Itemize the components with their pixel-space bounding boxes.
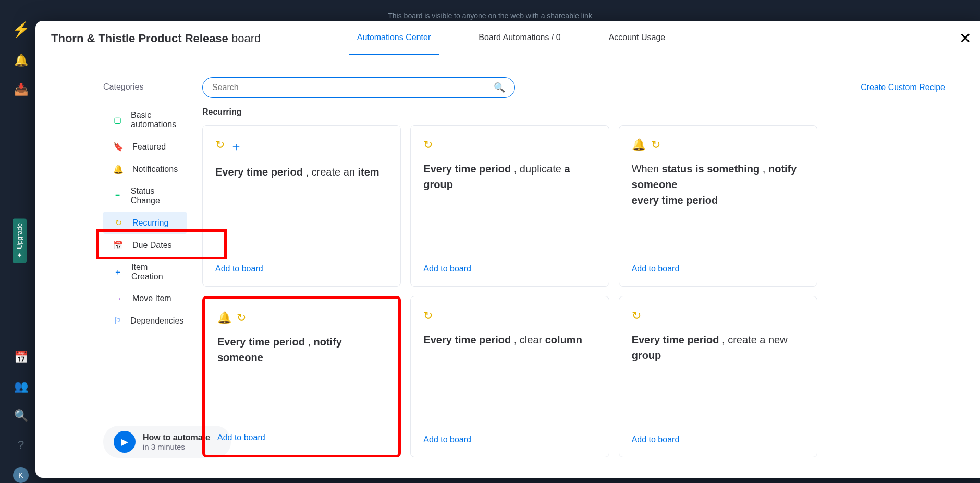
add-to-board-link[interactable]: Add to board [423,264,596,274]
avatar-icon[interactable]: K [13,467,29,483]
modal-title: Thorn & Thistle Product Release board [51,32,261,45]
recipe-card-duplicate-group[interactable]: ↻ Every time period , duplicate a group … [410,125,609,287]
add-to-board-link[interactable]: Add to board [423,435,596,444]
people-icon[interactable]: 👥 [14,380,28,393]
category-label: Item Creation [131,263,176,281]
category-label: Recurring [132,218,168,228]
recurring-icon: ↻ [423,309,433,323]
category-recurring[interactable]: ↻ Recurring [103,212,187,234]
category-label: Notifications [132,165,178,174]
recipe-card-create-item[interactable]: ↻ ＋ Every time period , create an item A… [202,125,401,287]
create-custom-recipe-link[interactable]: Create Custom Recipe [861,83,945,92]
category-label: Status Change [131,187,176,205]
add-to-board-link[interactable]: Add to board [217,433,386,442]
calendar-icon: 📅 [114,240,123,250]
category-label: Basic automations [131,110,176,129]
recipe-text: Every time period , clear column [423,332,596,348]
search-icon[interactable]: 🔍 [14,409,28,423]
categories-sidebar: Categories ▢ Basic automations 🔖 Feature… [35,56,187,478]
search-icon: 🔍 [494,82,505,93]
search-box[interactable]: 🔍 [202,77,515,98]
recurring-icon: ↻ [651,138,660,152]
tab-automations-center[interactable]: Automations Center [349,21,439,55]
category-label: Due Dates [132,241,172,250]
modal-header: Thorn & Thistle Product Release board Au… [35,21,980,56]
tab-account-usage[interactable]: Account Usage [601,21,674,55]
add-to-board-link[interactable]: Add to board [632,264,804,274]
category-item-creation[interactable]: ＋ Item Creation [103,256,187,288]
calendar-icon[interactable]: 📅 [14,351,28,364]
category-move-item[interactable]: → Move Item [103,288,187,309]
inbox-icon[interactable]: 📥 [14,83,28,96]
plus-icon: ＋ [114,267,122,278]
recurring-icon: ↻ [423,138,433,152]
category-notifications[interactable]: 🔔 Notifications [103,158,187,180]
category-status-change[interactable]: ≡ Status Change [103,180,187,212]
cube-icon: ▢ [114,115,121,125]
recipe-card-status-notify[interactable]: 🔔 ↻ When status is something , notify so… [619,125,817,287]
categories-title: Categories [103,82,187,92]
add-to-board-link[interactable]: Add to board [632,435,804,444]
bell-icon: 🔔 [217,311,231,325]
status-icon: ≡ [114,191,121,201]
app-logo: ⚡ [12,21,30,38]
recurring-icon: ↻ [632,309,641,323]
modal-tabs: Automations Center Board Automations / 0… [349,21,673,55]
upgrade-tab[interactable]: ✦ Upgrade [13,219,27,263]
bookmark-icon: 🔖 [114,142,123,152]
category-due-dates[interactable]: 📅 Due Dates [103,234,187,256]
automations-modal: Thorn & Thistle Product Release board Au… [35,21,980,478]
main-content: 🔍 Create Custom Recipe Recurring ↻ ＋ Eve… [187,56,980,478]
backdrop-banner: This board is visible to anyone on the w… [388,11,592,20]
category-label: Featured [132,142,166,152]
add-to-board-link[interactable]: Add to board [215,264,388,274]
recipe-text: When status is something , notify someon… [632,161,804,208]
recipe-card-clear-column[interactable]: ↻ Every time period , clear column Add t… [410,296,609,457]
recurring-icon: ↻ [237,311,246,325]
category-label: Dependencies [130,316,183,326]
close-button[interactable]: ✕ [959,30,971,47]
recurring-icon: ↻ [114,218,123,228]
recipe-text: Every time period , duplicate a group [423,161,596,192]
recipe-text: Every time period , create an item [215,164,388,180]
flag-icon: ⚐ [114,316,121,326]
recipe-card-create-group[interactable]: ↻ Every time period , create a new group… [619,296,817,457]
section-title: Recurring [202,107,961,117]
category-featured[interactable]: 🔖 Featured [103,135,187,158]
category-label: Move Item [132,294,172,303]
plus-icon: ＋ [230,138,242,155]
bell-icon: 🔔 [114,164,123,174]
recipe-text: Every time period , notify someone [217,334,386,365]
tab-board-automations[interactable]: Board Automations / 0 [470,21,569,55]
bell-icon: 🔔 [632,138,646,152]
modal-body: Categories ▢ Basic automations 🔖 Feature… [35,56,980,478]
search-input[interactable] [212,83,494,92]
search-row: 🔍 Create Custom Recipe [202,77,961,98]
recurring-icon: ↻ [215,138,225,155]
category-basic-automations[interactable]: ▢ Basic automations [103,104,187,135]
play-icon: ▶ [114,431,136,453]
recipes-grid: ↻ ＋ Every time period , create an item A… [202,125,817,457]
arrow-icon: → [114,294,123,303]
recipe-card-notify-someone[interactable]: 🔔 ↻ Every time period , notify someone A… [202,296,401,457]
bell-icon[interactable]: 🔔 [14,54,28,67]
help-icon[interactable]: ? [18,438,24,452]
category-dependencies[interactable]: ⚐ Dependencies [103,309,187,332]
recipe-text: Every time period , create a new group [632,332,804,363]
